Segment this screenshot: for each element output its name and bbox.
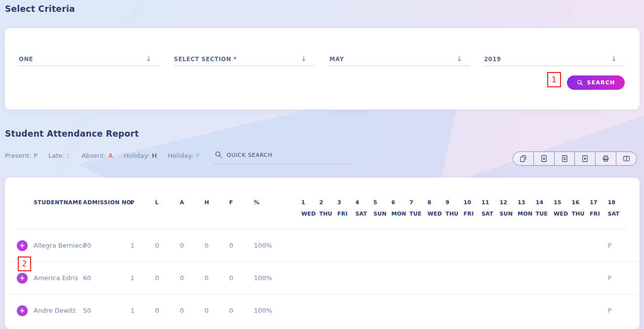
select-criteria-title: Select Criteria [5,4,75,14]
holiday-f-count: 0 [229,307,254,314]
late-count: 0 [155,242,180,249]
date-weekday: FRI [337,211,356,217]
admission-no: 60 [83,274,130,282]
holiday-f-count: 0 [229,242,254,249]
legend-label: Late: [48,152,65,159]
date-weekday: SUN [373,211,392,217]
date-day: 13 [518,199,536,206]
date-day: 9 [445,199,464,206]
date-day: 15 [554,199,572,206]
date-day: 8 [428,199,446,206]
excel-export-button[interactable] [534,152,555,165]
attendance-percent: 100% [254,242,301,249]
date-column-header: 10FRI [464,199,482,217]
year-dropdown[interactable]: 2019 ↓ [484,54,625,66]
legend-label: Holiday: [123,152,149,159]
column-header-h: H [204,199,229,206]
year-dropdown-value: 2019 [484,56,501,63]
date-day: 5 [373,199,392,206]
annotation-box-1: 1 [547,72,561,87]
legend-code: L [67,152,71,159]
date-weekday: THU [572,211,590,217]
attendance-percent: 100% [254,274,301,282]
date-day: 17 [590,199,608,206]
date-column-header: 11SAT [482,199,500,217]
absent-count: 0 [180,307,204,314]
date-weekday: FRI [590,211,608,217]
excel-icon [540,155,548,162]
export-toolbar [513,151,637,166]
attendance-legend: Present:PLate:LAbsent:AHoliday:HHoliday:… [5,152,200,159]
student-name: America Edris [34,274,83,282]
print-button[interactable] [596,152,616,165]
report-title: Student Attendance Report [5,129,139,139]
chevron-down-icon: ↓ [146,54,152,64]
class-dropdown-value: ONE [19,56,33,63]
legend-label: Holiday: [168,152,194,159]
column-visibility-button[interactable] [616,152,637,165]
present-count: 1 [130,274,155,282]
present-count: 1 [130,307,155,314]
holiday-h-count: 0 [204,242,229,249]
date-day: 18 [608,199,626,206]
attendance-table-card: STUDENTNAME ADMISSION NO. P L A H F % 1W… [5,178,640,329]
print-icon [602,155,609,162]
copy-button[interactable] [513,152,534,165]
section-dropdown-value: SELECT SECTION * [174,56,237,63]
admission-no: 70 [83,242,130,249]
expand-cell: + [17,273,34,284]
date-weekday: WED [554,211,572,217]
attendance-day-cell: P [608,274,626,282]
holiday-h-count: 0 [204,274,229,282]
date-weekday: FRI [464,211,482,217]
table-row: +Allegra Berniece7010000100%P [5,229,640,262]
present-count: 1 [130,242,155,249]
expand-cell: + [17,240,34,251]
quick-search-input[interactable] [214,148,353,164]
holiday-h-count: 0 [204,307,229,314]
date-column-header: 14TUE [536,199,554,217]
expand-row-button[interactable]: + [17,305,28,316]
late-count: 0 [155,274,180,282]
expand-row-button[interactable]: + [17,273,28,284]
date-day: 10 [464,199,482,206]
class-dropdown[interactable]: ONE ↓ [19,54,160,66]
attendance-day-cell: P [608,307,626,314]
pdf-export-button[interactable] [575,152,596,165]
csv-export-button[interactable] [555,152,575,165]
search-button-label: SEARCH [587,79,615,86]
attendance-day-cell: P [608,242,626,249]
columns-icon [623,155,630,162]
expand-row-button[interactable]: + [17,240,28,251]
student-name: Allegra Berniece [34,242,83,249]
column-header-p: P [130,199,155,206]
date-weekday: TUE [536,211,554,217]
date-day: 11 [482,199,500,206]
attendance-percent: 100% [254,307,301,314]
date-day: 6 [392,199,410,206]
table-row: +Andre Dewitt5010000100%P [5,294,640,327]
date-column-header: 13MON [518,199,536,217]
column-header-a: A [180,199,204,206]
date-column-header: 3FRI [337,199,356,217]
column-header-studentname: STUDENTNAME [34,199,83,206]
month-dropdown-value: MAY [329,56,344,63]
absent-count: 0 [180,242,204,249]
month-dropdown[interactable]: MAY ↓ [329,54,470,66]
legend-code: P [34,152,38,159]
legend-item: Absent:A [81,152,113,159]
date-weekday: SAT [608,211,626,217]
legend-code: F [196,152,200,159]
copy-icon [520,155,527,162]
date-day: 3 [337,199,356,206]
search-button[interactable]: SEARCH [567,75,625,90]
file-text-icon [561,155,568,162]
date-column-header: 17FRI [590,199,608,217]
pdf-icon [581,155,589,162]
date-column-header: 2THU [320,199,338,217]
section-dropdown[interactable]: SELECT SECTION * ↓ [174,54,315,66]
date-weekday: SUN [500,211,518,217]
date-column-header: 16THU [572,199,590,217]
date-day: 1 [301,199,320,206]
date-column-header: 7TUE [409,199,428,217]
